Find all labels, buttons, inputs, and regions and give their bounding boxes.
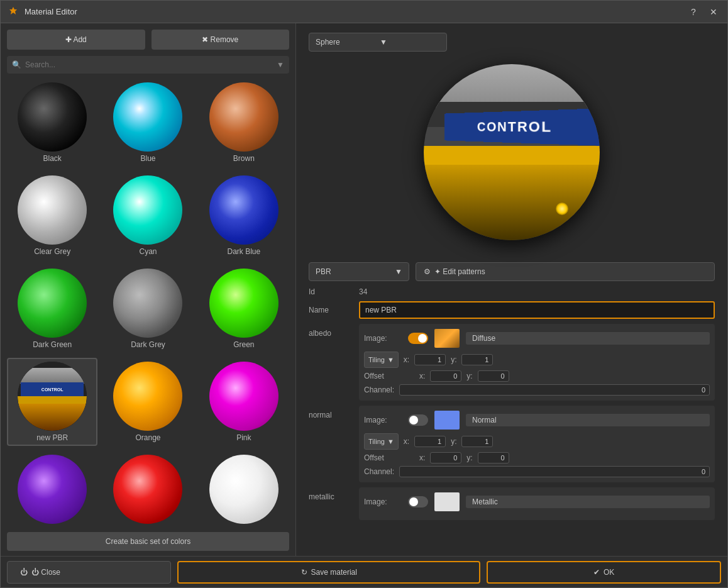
albedo-channel-row: Channel:: [364, 384, 710, 396]
normal-offset-y[interactable]: [478, 452, 509, 463]
preview-type-dropdown[interactable]: Sphere ▼: [309, 33, 447, 52]
material-item-purple[interactable]: Purple: [7, 451, 97, 527]
normal-image-toggle[interactable]: [408, 414, 428, 426]
material-item-orange[interactable]: Orange: [102, 358, 193, 446]
material-sphere-black: [18, 82, 87, 152]
remove-button[interactable]: ✖ Remove: [152, 30, 290, 50]
albedo-thumbnail: [434, 329, 460, 348]
metallic-section: Image: Metallic: [359, 487, 715, 520]
material-item-white[interactable]: White: [199, 451, 289, 527]
normal-channel-row: Channel:: [364, 466, 710, 477]
normal-tiling-x[interactable]: [414, 436, 446, 447]
name-label: Name: [309, 306, 353, 314]
material-item-blue[interactable]: Blue: [102, 79, 193, 167]
normal-section: Image: Normal Tiling ▼ x:: [359, 406, 715, 482]
search-input[interactable]: [25, 60, 273, 69]
normal-offset-x-label: x:: [419, 453, 425, 462]
metallic-image-row: Image: Metallic: [364, 492, 710, 511]
normal-texture-label: Tiling: [368, 438, 385, 445]
normal-offset-y-label: y:: [466, 453, 472, 462]
normal-texture-dropdown[interactable]: Tiling ▼: [364, 433, 399, 450]
normal-offset-x[interactable]: [430, 452, 461, 463]
create-basic-button[interactable]: Create basic set of colors: [7, 532, 289, 551]
material-item-pink[interactable]: Pink: [199, 358, 289, 446]
albedo-image-toggle[interactable]: [408, 333, 428, 344]
normal-tiling-y-label: y:: [451, 437, 456, 446]
material-sphere-brown: [209, 82, 279, 152]
albedo-tiling-y[interactable]: [461, 354, 493, 365]
material-item-newpbr[interactable]: CONTROL new PBR: [7, 358, 97, 446]
material-sphere-blue: [113, 82, 182, 152]
albedo-tiling-x-label: x:: [404, 355, 409, 364]
shader-type-dropdown[interactable]: PBR ▼: [309, 262, 409, 281]
preview-helmet: CONTROL: [424, 64, 600, 240]
material-item-black[interactable]: Black: [7, 79, 97, 167]
id-row: Id 34: [309, 287, 715, 296]
normal-texture-arrow: ▼: [387, 438, 394, 445]
material-label-black: Black: [43, 154, 61, 163]
top-buttons: ✚ Add ✖ Remove: [1, 23, 295, 56]
metallic-image-name: Metallic: [466, 496, 710, 508]
material-label-darkgreen: Dark Green: [33, 340, 72, 349]
metallic-image-label: Image:: [364, 497, 402, 506]
material-label-green: Green: [233, 340, 254, 349]
material-item-red[interactable]: Red: [102, 451, 193, 527]
albedo-texture-arrow: ▼: [387, 356, 394, 363]
material-grid: Black Blue Brown Clear Grey: [1, 79, 295, 527]
add-button[interactable]: ✚ Add: [7, 30, 145, 50]
help-button[interactable]: ?: [686, 4, 701, 19]
albedo-offset-y[interactable]: [478, 370, 509, 382]
material-label-darkgrey: Dark Grey: [131, 340, 165, 349]
material-label-blue: Blue: [140, 154, 155, 163]
material-label-brown: Brown: [233, 154, 255, 163]
helmet-yellow: [424, 146, 600, 165]
pbr-band-2: CONTROL: [21, 382, 84, 396]
save-material-button[interactable]: ↻ Save material: [177, 561, 480, 584]
albedo-image-row: Image: Diffuse: [364, 329, 710, 348]
helmet-text: CONTROL: [444, 108, 600, 146]
albedo-tiling-x[interactable]: [414, 354, 446, 365]
shader-type-row: PBR ▼ ⚙ ✦ Edit patterns: [309, 262, 715, 281]
albedo-texture-label: Tiling: [368, 356, 385, 363]
metallic-label: metallic: [309, 487, 353, 501]
material-item-cyan[interactable]: Cyan: [102, 172, 193, 260]
material-sphere-red: [113, 455, 182, 524]
material-item-darkblue[interactable]: Dark Blue: [199, 172, 289, 260]
preview-area: Sphere ▼ CONTROL: [296, 23, 727, 256]
svg-marker-0: [9, 7, 17, 14]
albedo-channel-value[interactable]: [399, 384, 710, 396]
material-item-darkgrey[interactable]: Dark Grey: [102, 265, 193, 353]
albedo-texture-dropdown[interactable]: Tiling ▼: [364, 352, 399, 368]
material-sphere-darkgreen: [18, 269, 87, 338]
albedo-tiling-y-label: y:: [451, 355, 456, 364]
right-panel: Sphere ▼ CONTROL: [296, 23, 727, 556]
albedo-offset-x[interactable]: [430, 370, 461, 382]
normal-image-label: Image:: [364, 416, 402, 424]
albedo-label: albedo: [309, 324, 353, 338]
material-item-brown[interactable]: Brown: [199, 79, 289, 167]
search-icon: 🔍: [12, 60, 21, 69]
normal-channel-value[interactable]: [399, 466, 710, 477]
search-input-wrap[interactable]: 🔍 ▼: [7, 56, 289, 74]
normal-tiling-y[interactable]: [461, 436, 493, 447]
bottom-bar: ⏻ ⏻ Close ↻ Save material ✔ OK: [1, 556, 727, 587]
window-title: Material Editor: [25, 7, 686, 16]
material-item-darkgreen[interactable]: Dark Green: [7, 265, 97, 353]
material-item-green[interactable]: Green: [199, 265, 289, 353]
close-button[interactable]: ⏻ ⏻ Close: [7, 561, 171, 584]
material-sphere-green: [209, 269, 279, 338]
material-sphere-newpbr: CONTROL: [18, 362, 87, 431]
close-window-button[interactable]: ✕: [706, 4, 721, 19]
preview-type-arrow: ▼: [380, 38, 440, 47]
material-sphere-darkgrey: [113, 269, 182, 338]
material-label-cyan: Cyan: [139, 247, 157, 256]
material-item-cleargrey[interactable]: Clear Grey: [7, 172, 97, 260]
albedo-offset-y-label: y:: [466, 372, 472, 380]
ok-button[interactable]: ✔ OK: [487, 561, 721, 584]
edit-patterns-button[interactable]: ⚙ ✦ Edit patterns: [416, 262, 715, 281]
name-input[interactable]: [359, 301, 715, 319]
pbr-band-1: [18, 368, 87, 384]
metallic-image-toggle[interactable]: [408, 496, 428, 508]
app-icon: [7, 6, 19, 18]
search-dropdown-icon[interactable]: ▼: [277, 60, 284, 69]
